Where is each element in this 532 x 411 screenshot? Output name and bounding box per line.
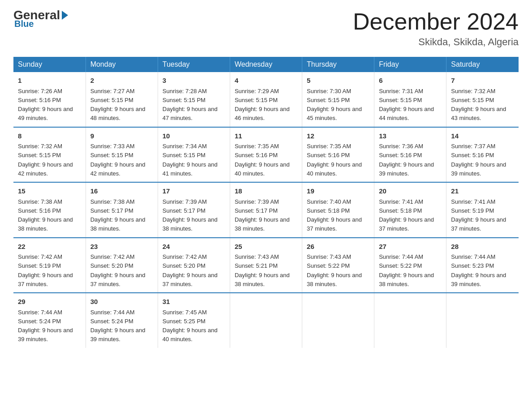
day-sunrise: Sunrise: 7:40 AM — [307, 198, 351, 205]
day-daylight: Daylight: 9 hours and 37 minutes. — [307, 216, 362, 232]
day-number: 13 — [379, 131, 442, 141]
day-daylight: Daylight: 9 hours and 38 minutes. — [235, 272, 290, 287]
table-row: 22 Sunrise: 7:42 AM Sunset: 5:19 PM Dayl… — [13, 238, 86, 293]
day-number: 12 — [307, 131, 369, 141]
table-row: 29 Sunrise: 7:44 AM Sunset: 5:24 PM Dayl… — [13, 293, 86, 348]
table-row: 11 Sunrise: 7:35 AM Sunset: 5:16 PM Dayl… — [230, 127, 302, 183]
table-row: 9 Sunrise: 7:33 AM Sunset: 5:15 PM Dayli… — [86, 127, 158, 183]
day-number: 29 — [18, 297, 81, 307]
table-row: 12 Sunrise: 7:35 AM Sunset: 5:16 PM Dayl… — [302, 127, 374, 183]
day-number: 8 — [18, 131, 81, 141]
day-daylight: Daylight: 9 hours and 37 minutes. — [379, 216, 434, 232]
day-daylight: Daylight: 9 hours and 37 minutes. — [451, 216, 506, 232]
day-number: 19 — [307, 186, 369, 197]
table-row — [302, 293, 374, 348]
day-number: 20 — [379, 186, 442, 197]
day-daylight: Daylight: 9 hours and 37 minutes. — [18, 272, 73, 287]
table-row: 18 Sunrise: 7:39 AM Sunset: 5:17 PM Dayl… — [230, 182, 302, 238]
day-sunrise: Sunrise: 7:41 AM — [379, 198, 423, 205]
day-number: 3 — [163, 76, 225, 86]
col-friday: Friday — [374, 57, 446, 72]
day-sunset: Sunset: 5:21 PM — [235, 262, 278, 269]
day-sunset: Sunset: 5:24 PM — [18, 318, 61, 325]
day-daylight: Daylight: 9 hours and 47 minutes. — [163, 106, 218, 121]
day-sunset: Sunset: 5:15 PM — [163, 97, 206, 103]
day-sunset: Sunset: 5:17 PM — [163, 207, 206, 214]
page-header: General Blue December 2024 Skikda, Skikd… — [13, 9, 519, 48]
day-number: 9 — [90, 131, 153, 141]
day-sunrise: Sunrise: 7:26 AM — [18, 88, 62, 94]
day-sunset: Sunset: 5:20 PM — [163, 262, 206, 269]
day-daylight: Daylight: 9 hours and 37 minutes. — [90, 272, 146, 287]
day-daylight: Daylight: 9 hours and 39 minutes. — [90, 327, 146, 342]
day-daylight: Daylight: 9 hours and 42 minutes. — [90, 161, 146, 177]
col-tuesday: Tuesday — [158, 57, 230, 72]
day-sunset: Sunset: 5:22 PM — [379, 262, 422, 269]
day-daylight: Daylight: 9 hours and 41 minutes. — [163, 161, 218, 177]
day-number: 27 — [379, 242, 442, 252]
calendar-week-row: 8 Sunrise: 7:32 AM Sunset: 5:15 PM Dayli… — [13, 127, 519, 183]
table-row: 15 Sunrise: 7:38 AM Sunset: 5:16 PM Dayl… — [13, 182, 86, 238]
table-row: 7 Sunrise: 7:32 AM Sunset: 5:15 PM Dayli… — [446, 72, 519, 127]
day-daylight: Daylight: 9 hours and 39 minutes. — [18, 327, 73, 342]
day-sunrise: Sunrise: 7:43 AM — [307, 253, 351, 260]
day-sunset: Sunset: 5:22 PM — [307, 262, 350, 269]
day-daylight: Daylight: 9 hours and 40 minutes. — [163, 327, 218, 342]
day-sunrise: Sunrise: 7:39 AM — [163, 198, 207, 205]
day-sunset: Sunset: 5:15 PM — [163, 152, 206, 158]
day-daylight: Daylight: 9 hours and 39 minutes. — [451, 161, 506, 177]
day-daylight: Daylight: 9 hours and 39 minutes. — [451, 272, 506, 287]
table-row: 1 Sunrise: 7:26 AM Sunset: 5:16 PM Dayli… — [13, 72, 86, 127]
day-daylight: Daylight: 9 hours and 38 minutes. — [235, 216, 290, 232]
day-number: 4 — [235, 76, 297, 86]
table-row: 6 Sunrise: 7:31 AM Sunset: 5:15 PM Dayli… — [374, 72, 446, 127]
table-row: 28 Sunrise: 7:44 AM Sunset: 5:23 PM Dayl… — [446, 238, 519, 293]
day-sunrise: Sunrise: 7:45 AM — [163, 309, 207, 316]
day-number: 25 — [235, 242, 297, 252]
calendar-week-row: 22 Sunrise: 7:42 AM Sunset: 5:19 PM Dayl… — [13, 238, 519, 293]
day-sunrise: Sunrise: 7:37 AM — [451, 143, 495, 150]
day-number: 5 — [307, 76, 369, 86]
day-sunset: Sunset: 5:16 PM — [18, 97, 61, 103]
day-number: 17 — [163, 186, 225, 197]
col-saturday: Saturday — [446, 57, 519, 72]
day-sunrise: Sunrise: 7:43 AM — [235, 253, 279, 260]
day-sunset: Sunset: 5:15 PM — [379, 97, 422, 103]
table-row: 24 Sunrise: 7:42 AM Sunset: 5:20 PM Dayl… — [158, 238, 230, 293]
day-daylight: Daylight: 9 hours and 39 minutes. — [379, 161, 434, 177]
day-number: 14 — [451, 131, 514, 141]
day-number: 15 — [18, 186, 81, 197]
month-title: December 2024 — [353, 9, 519, 34]
title-section: December 2024 Skikda, Skikda, Algeria — [353, 9, 519, 48]
day-sunset: Sunset: 5:17 PM — [235, 207, 278, 214]
day-sunrise: Sunrise: 7:34 AM — [163, 143, 207, 150]
table-row: 23 Sunrise: 7:42 AM Sunset: 5:20 PM Dayl… — [86, 238, 158, 293]
day-sunrise: Sunrise: 7:38 AM — [90, 198, 135, 205]
calendar-week-row: 15 Sunrise: 7:38 AM Sunset: 5:16 PM Dayl… — [13, 182, 519, 238]
day-sunrise: Sunrise: 7:41 AM — [451, 198, 495, 205]
logo-arrow-icon — [62, 11, 68, 20]
logo-blue-text: Blue — [14, 19, 34, 29]
day-number: 26 — [307, 242, 369, 252]
day-sunset: Sunset: 5:19 PM — [451, 207, 494, 214]
day-daylight: Daylight: 9 hours and 44 minutes. — [379, 106, 434, 121]
day-daylight: Daylight: 9 hours and 40 minutes. — [235, 161, 290, 177]
day-daylight: Daylight: 9 hours and 42 minutes. — [18, 161, 73, 177]
day-sunrise: Sunrise: 7:35 AM — [307, 143, 351, 150]
table-row: 17 Sunrise: 7:39 AM Sunset: 5:17 PM Dayl… — [158, 182, 230, 238]
day-daylight: Daylight: 9 hours and 38 minutes. — [307, 272, 362, 287]
day-sunset: Sunset: 5:18 PM — [379, 207, 422, 214]
day-sunrise: Sunrise: 7:27 AM — [90, 88, 135, 94]
day-sunset: Sunset: 5:16 PM — [307, 152, 350, 158]
day-sunset: Sunset: 5:16 PM — [235, 152, 278, 158]
col-monday: Monday — [86, 57, 158, 72]
day-number: 21 — [451, 186, 514, 197]
day-daylight: Daylight: 9 hours and 40 minutes. — [307, 161, 362, 177]
day-sunset: Sunset: 5:15 PM — [451, 97, 494, 103]
day-daylight: Daylight: 9 hours and 49 minutes. — [18, 106, 73, 121]
day-number: 22 — [18, 242, 81, 252]
day-number: 10 — [163, 131, 225, 141]
day-sunrise: Sunrise: 7:44 AM — [451, 253, 495, 260]
table-row: 14 Sunrise: 7:37 AM Sunset: 5:16 PM Dayl… — [446, 127, 519, 183]
day-sunset: Sunset: 5:17 PM — [90, 207, 133, 214]
